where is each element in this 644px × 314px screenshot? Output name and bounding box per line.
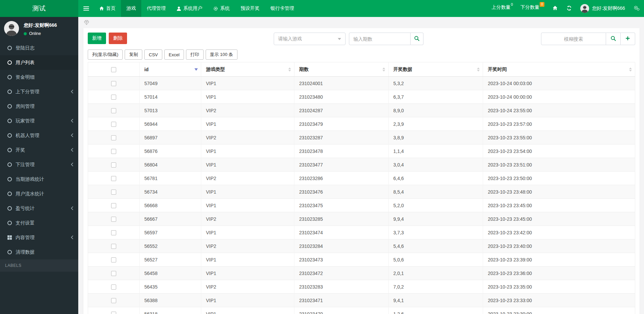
app-logo[interactable]: 测试 bbox=[0, 0, 78, 17]
row-checkbox[interactable] bbox=[111, 135, 116, 140]
row-checkbox[interactable] bbox=[111, 176, 116, 181]
dt-button-page-length[interactable]: 显示 100 条 bbox=[206, 50, 237, 60]
sidebar-item-bet-management[interactable]: 下注管理 bbox=[0, 157, 78, 172]
cell-draw-data: 9,9,4 bbox=[389, 212, 483, 226]
add-button[interactable]: 新增 bbox=[88, 33, 106, 44]
down-score-link[interactable]: 下分数量 0 bbox=[517, 0, 548, 17]
sidebar-item-profit-loss-stats[interactable]: 盈亏统计 bbox=[0, 201, 78, 216]
dt-button-colvis[interactable]: 列(显示/隐藏) bbox=[88, 50, 123, 60]
table-row: 56734VIP12310234768,5,42023-10-23 23:48:… bbox=[88, 185, 635, 199]
cell-id: 56876 bbox=[140, 144, 201, 158]
issue-input[interactable] bbox=[349, 33, 411, 45]
cell-issue: 231023286 bbox=[294, 172, 389, 185]
row-checkbox[interactable] bbox=[111, 190, 116, 195]
settings-button[interactable] bbox=[629, 0, 644, 17]
table-row: 57049VIP12310240015,3,22023-10-24 00:03:… bbox=[88, 77, 635, 90]
table-row: 57014VIP12310234806,3,72023-10-24 00:00:… bbox=[88, 90, 635, 104]
issue-search-button[interactable] bbox=[411, 33, 423, 45]
row-select-cell bbox=[88, 212, 140, 226]
row-checkbox[interactable] bbox=[111, 230, 116, 235]
fuzzy-search-input[interactable] bbox=[541, 33, 606, 45]
row-select-cell bbox=[88, 199, 140, 212]
nav-item-home[interactable]: 首页 bbox=[94, 0, 121, 17]
sidebar-item-score-management[interactable]: 上下分管理 bbox=[0, 84, 78, 99]
results-table: id游戏类型期数开奖数据开奖时间 57049VIP12310240015,3,2… bbox=[88, 62, 635, 314]
nav-item-system-users[interactable]: 系统用户 bbox=[171, 0, 208, 17]
sidebar-item-user-flow-stats[interactable]: 用户流水统计 bbox=[0, 187, 78, 201]
table-row: 56435VIP22310232837,0,22023-10-23 23:35:… bbox=[88, 280, 635, 294]
cell-game-type: VIP1 bbox=[201, 199, 294, 212]
fuzzy-search-button[interactable] bbox=[606, 33, 621, 45]
cell-game-type: VIP1 bbox=[201, 294, 294, 307]
refresh-button[interactable] bbox=[562, 0, 576, 17]
cell-issue: 231023470 bbox=[294, 307, 389, 314]
table-row: 56527VIP12310234735,0,62023-10-23 23:39:… bbox=[88, 253, 635, 267]
nav-item-games[interactable]: 游戏 bbox=[121, 0, 141, 17]
column-header-draw-data[interactable]: 开奖数据 bbox=[389, 62, 483, 77]
cell-id: 57013 bbox=[140, 104, 201, 117]
up-score-link[interactable]: 上分数量 0 bbox=[488, 0, 517, 17]
row-checkbox[interactable] bbox=[111, 244, 116, 249]
row-checkbox[interactable] bbox=[111, 203, 116, 208]
cell-issue: 231023471 bbox=[294, 294, 389, 307]
sidebar-item-room-management[interactable]: 房间管理 bbox=[0, 99, 78, 114]
sidebar-item-clean-data[interactable]: 清理数据 bbox=[0, 245, 78, 259]
sidebar-item-draw[interactable]: 开奖 bbox=[0, 143, 78, 157]
select-all-checkbox[interactable] bbox=[111, 67, 116, 72]
column-header-id[interactable]: id bbox=[140, 62, 201, 77]
dt-button-excel[interactable]: Excel bbox=[164, 50, 184, 60]
row-checkbox[interactable] bbox=[111, 257, 116, 262]
dt-button-copy[interactable]: 复制 bbox=[125, 50, 142, 60]
sidebar-item-funds-detail[interactable]: 资金明细 bbox=[0, 70, 78, 84]
sidebar-item-login-logs[interactable]: 登陆日志 bbox=[0, 41, 78, 55]
gears-icon bbox=[633, 5, 640, 12]
column-header-draw-time[interactable]: 开奖时间 bbox=[483, 62, 635, 77]
row-checkbox[interactable] bbox=[111, 122, 116, 127]
column-header-game-type[interactable]: 游戏类型 bbox=[201, 62, 294, 77]
user-icon bbox=[176, 6, 181, 11]
cell-draw-time: 2023-10-23 23:57:00 bbox=[483, 117, 635, 131]
sidebar-item-label: 当期游戏统计 bbox=[16, 176, 74, 182]
home-shortcut-button[interactable] bbox=[548, 0, 562, 17]
sidebar-item-content-management[interactable]: 内容管理 bbox=[0, 230, 78, 245]
row-checkbox[interactable] bbox=[111, 271, 116, 276]
sidebar-item-robot-management[interactable]: 机器人管理 bbox=[0, 128, 78, 143]
dt-button-csv[interactable]: CSV bbox=[144, 50, 162, 60]
nav-item-preset-draw[interactable]: 预设开奖 bbox=[235, 0, 265, 17]
row-checkbox[interactable] bbox=[111, 298, 116, 303]
sidebar-item-user-list[interactable]: 用户列表 bbox=[0, 55, 78, 70]
sidebar-item-current-game-stats[interactable]: 当期游戏统计 bbox=[0, 172, 78, 187]
row-checkbox[interactable] bbox=[111, 108, 116, 113]
row-checkbox[interactable] bbox=[111, 284, 116, 290]
cell-draw-data: 5,2,0 bbox=[389, 199, 483, 212]
column-header-issue[interactable]: 期数 bbox=[294, 62, 389, 77]
cell-game-type: VIP2 bbox=[201, 131, 294, 144]
row-checkbox[interactable] bbox=[111, 312, 116, 314]
sidebar-item-label: 内容管理 bbox=[16, 235, 67, 241]
sidebar-item-payment-settings[interactable]: 支付设置 bbox=[0, 216, 78, 230]
nav-item-agents[interactable]: 代理管理 bbox=[141, 0, 171, 17]
add-condition-button[interactable] bbox=[621, 33, 635, 45]
row-checkbox[interactable] bbox=[111, 95, 116, 100]
delete-button[interactable]: 删除 bbox=[109, 33, 127, 44]
sidebar-item-player-management[interactable]: 玩家管理 bbox=[0, 114, 78, 128]
user-menu[interactable]: 您好:发财啊666 bbox=[576, 0, 629, 17]
table-row: 56876VIP12310234781,1,42023-10-23 23:54:… bbox=[88, 144, 635, 158]
row-checkbox[interactable] bbox=[111, 162, 116, 168]
game-select[interactable]: 请输入游戏 bbox=[274, 33, 346, 45]
circle-icon bbox=[7, 148, 12, 152]
cell-game-type: VIP1 bbox=[201, 158, 294, 172]
nav-item-bank-cards[interactable]: 银行卡管理 bbox=[265, 0, 299, 17]
nav-item-system[interactable]: 系统 bbox=[208, 0, 235, 17]
row-checkbox[interactable] bbox=[111, 217, 116, 222]
home-icon bbox=[99, 6, 104, 11]
cell-draw-time: 2023-10-23 23:55:00 bbox=[483, 131, 635, 144]
breadcrumb bbox=[78, 17, 644, 28]
circle-icon bbox=[7, 250, 12, 254]
sidebar-toggle-button[interactable] bbox=[78, 0, 94, 17]
dt-button-print[interactable]: 打印 bbox=[186, 50, 204, 60]
row-checkbox[interactable] bbox=[111, 81, 116, 86]
cell-draw-data: 3,8,9 bbox=[389, 131, 483, 144]
row-checkbox[interactable] bbox=[111, 149, 116, 154]
cell-id: 56804 bbox=[140, 158, 201, 172]
